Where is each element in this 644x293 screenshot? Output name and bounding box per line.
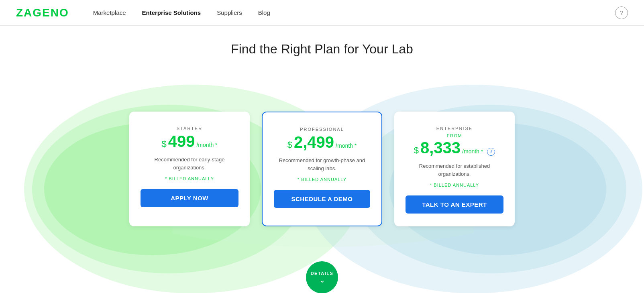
plan-tier-enterprise: ENTERPRISE (436, 126, 473, 131)
price-period-professional: /month * (336, 142, 357, 149)
plan-price-professional: $ 2,499 /month * (287, 134, 357, 150)
plan-billing-enterprise: * BILLED ANNUALLY (430, 183, 479, 187)
nav-item-blog[interactable]: Blog (258, 9, 270, 16)
page-title: Find the Right Plan for Your Lab (0, 42, 644, 57)
plan-price-enterprise: $ 8,333 /month * i (414, 140, 495, 156)
details-chevron-icon: ⌄ (319, 277, 325, 284)
blob-container: STARTER $ 499 /month * Recommended for e… (0, 69, 644, 293)
navbar: ZAGENO Marketplace Enterprise Solutions … (0, 0, 644, 26)
plan-tier-professional: PROFESSIONAL (300, 127, 344, 132)
plan-desc-professional: Recommended for growth-phase and scaling… (274, 157, 370, 172)
help-icon[interactable]: ? (615, 6, 628, 19)
details-button[interactable]: DETAILS ⌄ (306, 261, 338, 293)
plan-price-starter: $ 499 /month * (161, 133, 217, 149)
plan-desc-starter: Recommended for early-stage organization… (141, 156, 238, 171)
price-symbol-professional: $ (287, 140, 292, 150)
nav-item-suppliers[interactable]: Suppliers (217, 9, 242, 16)
logo: ZAGENO (16, 6, 69, 19)
price-symbol-starter: $ (161, 139, 166, 149)
details-label: DETAILS (311, 271, 334, 276)
plan-desc-enterprise: Recommended for established organization… (406, 162, 503, 178)
price-symbol-enterprise: $ (414, 145, 419, 156)
plan-tier-starter: STARTER (177, 126, 202, 131)
price-period-enterprise: /month * (462, 148, 483, 155)
schedule-demo-button[interactable]: Schedule a Demo (274, 190, 370, 208)
plan-card-professional: PROFESSIONAL $ 2,499 /month * Recommende… (262, 112, 382, 226)
plan-from-enterprise: FROM (447, 133, 462, 138)
info-icon-enterprise[interactable]: i (487, 148, 495, 156)
price-amount-enterprise: 8,333 (420, 140, 461, 156)
details-button-wrapper: DETAILS ⌄ (306, 261, 338, 293)
plan-card-enterprise: ENTERPRISE FROM $ 8,333 /month * i Recom… (394, 112, 515, 226)
nav-item-enterprise[interactable]: Enterprise Solutions (142, 9, 201, 16)
plan-billing-professional: * BILLED ANNUALLY (298, 177, 346, 182)
talk-to-expert-button[interactable]: Talk to an Expert (406, 195, 503, 214)
nav-links: Marketplace Enterprise Solutions Supplie… (93, 9, 615, 16)
main-content: Find the Right Plan for Your Lab STARTER… (0, 26, 644, 293)
price-amount-starter: 499 (168, 133, 195, 149)
plan-billing-starter: * BILLED ANNUALLY (165, 176, 214, 181)
apply-now-button[interactable]: Apply Now (141, 189, 238, 207)
plan-card-starter: STARTER $ 499 /month * Recommended for e… (129, 112, 250, 226)
pricing-cards: STARTER $ 499 /month * Recommended for e… (129, 112, 515, 250)
price-period-starter: /month * (196, 142, 217, 148)
nav-item-marketplace[interactable]: Marketplace (93, 9, 126, 16)
price-amount-professional: 2,499 (294, 134, 334, 150)
